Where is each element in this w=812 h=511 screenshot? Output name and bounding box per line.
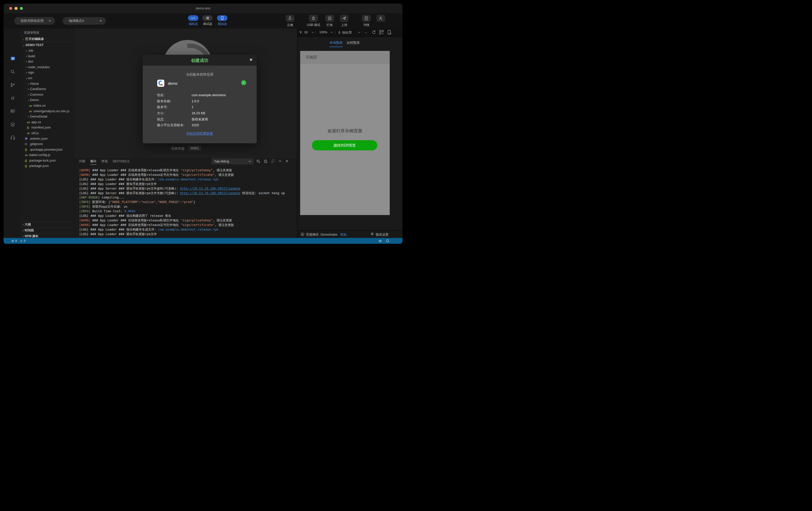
explorer-sidebar: 资源管理器 > 打开的编辑器 > DEMO-TEST >.ide>build>d…	[20, 29, 74, 238]
debug-view-button[interactable]	[10, 95, 16, 101]
zoom-level-dropdown[interactable]: 100%	[319, 31, 327, 34]
tree-item-util.js[interactable]: JSutil.js	[20, 130, 74, 136]
panel-tab-终端[interactable]: 终端	[102, 159, 108, 165]
panel-tab-问题[interactable]: 问题	[79, 159, 85, 165]
open-editors-section[interactable]: > 打开的编辑器	[20, 36, 74, 42]
search-view-button[interactable]	[10, 69, 16, 75]
switch-terminal-button[interactable]: 切换终端	[171, 146, 184, 151]
unlock-icon[interactable]	[264, 159, 268, 163]
mail-icon[interactable]: ✉	[379, 239, 382, 243]
problems-status[interactable]: ⊘ 0 ⚠ 0	[11, 238, 25, 244]
log-text: 错误信息: socket hang up	[240, 191, 285, 195]
bell-icon[interactable]	[386, 239, 389, 243]
layers-view-button[interactable]	[10, 121, 16, 127]
log-link[interactable]: http://10.13.19.166:39517/update	[180, 191, 240, 195]
tree-item-.gitignore[interactable]: .gitignore	[20, 141, 74, 147]
tree-item-.ide[interactable]: >.ide	[20, 48, 74, 53]
log-text: , 请注意更新	[213, 168, 232, 172]
close-icon[interactable]: ✕	[249, 58, 253, 62]
tree-item-sign[interactable]: >sign	[20, 70, 74, 75]
divider	[316, 30, 316, 35]
debugger-mode-button[interactable]	[202, 15, 213, 21]
compile-mode-dropdown[interactable]: 编译模式A	[63, 17, 106, 25]
device-type-dropdown[interactable]: 快应用	[342, 31, 352, 35]
tree-item-manifest.json[interactable]: {}manifest.json	[20, 125, 74, 130]
tree-item-babel.config.js[interactable]: JSbabel.config.js	[20, 152, 74, 158]
refresh-icon[interactable]	[372, 30, 376, 35]
detail-label: 状态:	[157, 116, 165, 122]
tree-item-.eslintrc.json[interactable]: .eslintrc.json	[20, 136, 74, 141]
log-text: [HAP-DEBUG]	[79, 196, 100, 199]
back-arrow-button[interactable]: ←	[364, 30, 368, 34]
usb-debug-button[interactable]	[309, 15, 318, 22]
log-text: com.example.demotest.release.rpk	[158, 228, 219, 231]
project-root-label: DEMO-TEST	[25, 43, 44, 47]
tab-local-preview[interactable]: 本地预览	[329, 40, 343, 47]
log-text: "sign/certificate"	[181, 173, 214, 177]
section-时间线[interactable]: >时间线	[20, 227, 74, 233]
card-icon	[10, 108, 15, 113]
tree-item-app.ux[interactable]: UXapp.ux	[20, 119, 74, 125]
qr-code-icon[interactable]	[379, 30, 384, 34]
detail-button[interactable]	[362, 15, 371, 22]
copy-path-button[interactable]: 复制	[340, 233, 346, 237]
tree-item-umenganalysis.es.min.js[interactable]: JSumenganalysis.es.min.js	[20, 108, 74, 114]
jump-to-detail-button[interactable]: 跳转到详情页	[312, 140, 377, 150]
gear-icon[interactable]: ⚙	[371, 232, 374, 236]
log-link[interactable]: http://10.13.19.166:39517/update	[180, 187, 240, 190]
open-in-editor-icon[interactable]	[271, 159, 275, 163]
close-panel-icon[interactable]	[285, 159, 289, 163]
tree-item-CardDemo[interactable]: >CardDemo	[20, 86, 74, 92]
tree-item-index.ux[interactable]: UXindex.ux	[20, 103, 74, 108]
card-preview-view-button[interactable]	[10, 108, 16, 114]
select-linked-app-dropdown[interactable]: 选择关联快应用	[14, 17, 55, 25]
tree-item-About[interactable]: >About	[20, 81, 74, 87]
chevron-down-icon[interactable]	[330, 32, 333, 33]
check-circle-icon: ✓	[241, 80, 246, 85]
collapse-footer-icon[interactable]: ∧	[300, 232, 304, 236]
clear-output-icon[interactable]	[256, 159, 260, 163]
upload-button[interactable]	[340, 15, 349, 22]
tree-item-package.json[interactable]: {}package.json	[20, 163, 74, 169]
aspect-ratio-dropdown[interactable]: 9 : 16	[300, 31, 308, 34]
log-text: [INFO]	[79, 205, 90, 208]
tree-item-package-lock.json[interactable]: {}package-lock.json	[20, 158, 74, 163]
tree-item-node_modules[interactable]: >node_modules	[20, 64, 74, 70]
tree-item-src[interactable]: >src	[20, 75, 74, 81]
account-button[interactable]	[376, 15, 385, 22]
source-control-view-button[interactable]	[10, 82, 16, 88]
modal-title: 创建成功	[143, 58, 257, 63]
tree-item-dist[interactable]: >dist	[20, 59, 74, 64]
chevron-down-icon[interactable]	[312, 32, 314, 33]
section-NPM 脚本[interactable]: >NPM 脚本	[20, 233, 74, 238]
section-大纲[interactable]: >大纲	[20, 221, 74, 227]
tree-item-Demo[interactable]: >Demo	[20, 97, 74, 103]
tree-item-.quickapp.preview.json[interactable]: {}.quickapp.preview.json	[20, 147, 74, 152]
simulator-mode-button[interactable]	[217, 15, 227, 21]
js-file-icon: JS	[29, 109, 33, 115]
app-window: demo-test 选择关联快应用 编译模式A </> 编辑器 调试器 模拟器	[4, 4, 402, 244]
panel-tab-输出[interactable]: 输出	[90, 159, 96, 165]
support-view-button[interactable]	[10, 134, 16, 140]
editor-mode-button[interactable]: </>	[188, 15, 198, 21]
tree-item-DemoDetail[interactable]: >DemoDetail	[20, 114, 74, 119]
cloud-test-button[interactable]	[286, 15, 294, 22]
error-count: 0	[15, 239, 17, 243]
simulator-mode-label[interactable]: 模拟器	[213, 22, 231, 26]
output-channel-dropdown[interactable]: hap-debug	[211, 158, 254, 164]
explorer-view-button[interactable]	[10, 55, 16, 62]
panel-tab-DEVTOOLS[interactable]: DEVTOOLS	[113, 160, 129, 164]
preview-settings-button[interactable]: 预览设置	[376, 233, 388, 237]
tree-item-Common[interactable]: >Common	[20, 92, 74, 97]
official-site-link[interactable]: 到快应用官网查看	[143, 131, 257, 136]
tree-item-build[interactable]: >build	[20, 53, 74, 59]
detail-label: 大小:	[157, 110, 165, 116]
panel-actions	[256, 159, 289, 163]
create-success-modal: 创建成功 ✕ 当前版本的快应用 demo ✓ 包名:com.example.de…	[143, 55, 257, 143]
disconnect-phone-icon[interactable]	[387, 30, 392, 35]
maximize-panel-icon[interactable]	[278, 159, 282, 163]
chevron-down-icon[interactable]	[358, 32, 360, 33]
tab-remote-preview[interactable]: 远程预览	[346, 40, 360, 45]
package-button[interactable]	[325, 15, 334, 22]
project-root-item[interactable]: > DEMO-TEST	[20, 42, 74, 48]
